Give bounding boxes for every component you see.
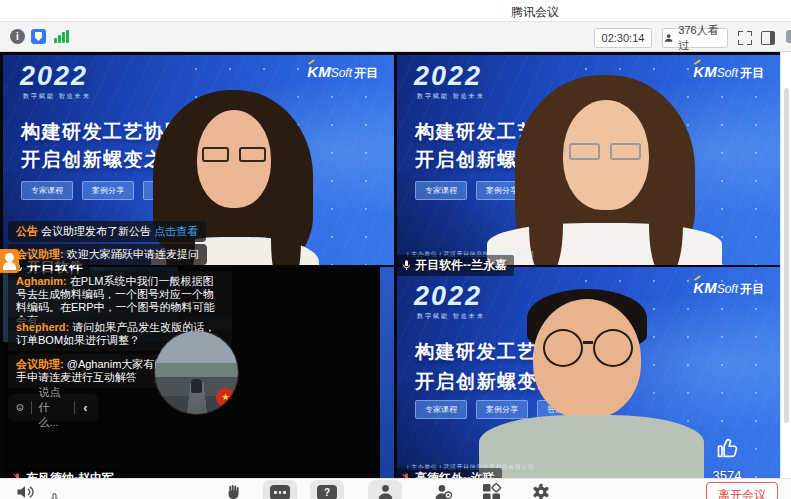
video-tile-top-right[interactable]: 2022 数字赋能 智造未来 KMSoft开目 构建研发工艺协同 开启创新螺变之… — [397, 55, 780, 265]
chat-input-placeholder[interactable]: 说点什么... — [38, 385, 66, 430]
title-bar: 腾讯会议 — [0, 0, 791, 22]
scrollbar-track[interactable] — [780, 52, 791, 478]
avatar-figure — [191, 379, 202, 393]
announcement-tag: 公告 — [16, 225, 38, 237]
speaker-icon[interactable] — [14, 482, 36, 499]
chat-username: 会议助理: — [16, 248, 64, 260]
meeting-window: 腾讯会议 i 02:30:14 376人看过 2022 数字赋能 智造未来 KM… — [0, 0, 791, 499]
glasses-icon — [202, 147, 229, 162]
slide-tag: 专家课程 — [415, 400, 467, 419]
name-plate-top-right: 开目软件--兰永嘉 — [397, 255, 514, 276]
settings-gear-icon[interactable] — [531, 482, 551, 499]
chat-message: 会议助理: 欢迎大家踊跃申请连麦提问 — [8, 244, 207, 265]
bottom-toolbar: ? 离开会议 — [0, 478, 791, 499]
fullscreen-icon[interactable] — [738, 31, 752, 45]
kmsoft-logo: KMSoft开目 — [693, 279, 764, 298]
thumbs-up-icon[interactable] — [714, 435, 741, 462]
top-toolbar: i 02:30:14 376人看过 — [0, 22, 791, 52]
participant-name: 开目软件--兰永嘉 — [415, 257, 507, 274]
raise-hand-icon[interactable] — [223, 482, 242, 499]
window-title: 腾讯会议 — [455, 4, 615, 21]
scrollbar-thumb[interactable] — [784, 88, 789, 423]
chat-input-bar[interactable]: 说点什么... ‹ — [8, 394, 98, 421]
chat-username: shepherd: — [16, 321, 69, 333]
slide-tag: 专家课程 — [21, 181, 73, 200]
screen-edge — [380, 267, 394, 478]
announcement-banner[interactable]: 公告 会议助理发布了新公告 点击查看 — [8, 221, 206, 242]
invite-participant-icon[interactable] — [434, 482, 453, 499]
announcement-text: 会议助理发布了新公告 — [41, 225, 151, 237]
kmsoft-logo: KMSoft开目 — [307, 63, 378, 82]
slogan-text: 数字赋能 智造未来 — [417, 92, 485, 101]
mic-on-icon — [402, 259, 411, 272]
announcement-link[interactable]: 点击查看 — [154, 225, 198, 237]
year-logo: 2022 — [414, 281, 482, 312]
video-grid: 2022 数字赋能 智造未来 KMSoft开目 构建研发工艺协同 开启创新螺变之… — [0, 52, 791, 478]
participants-icon[interactable] — [376, 482, 395, 499]
chat-panel-icon[interactable] — [786, 30, 791, 43]
kmsoft-logo: KMSoft开目 — [693, 63, 764, 82]
security-shield-icon[interactable] — [31, 29, 46, 44]
chat-username: 会议助理: — [16, 358, 64, 370]
meeting-info-icon[interactable]: i — [10, 29, 25, 44]
slogan-text: 数字赋能 智造未来 — [417, 312, 485, 321]
chat-text: 欢迎大家踊跃申请连麦提问 — [67, 248, 199, 260]
meeting-timer: 02:30:14 — [594, 28, 652, 48]
viewers-count[interactable]: 376人看过 — [662, 28, 728, 48]
likes-widget[interactable]: 3574 — [702, 435, 752, 483]
slogan-text: 数字赋能 智造未来 — [23, 92, 91, 101]
collapse-chat-icon[interactable]: ‹ — [81, 400, 89, 415]
apps-grid-icon[interactable] — [482, 483, 501, 499]
layout-switch-icon[interactable] — [761, 31, 775, 45]
slide-tag: 专家课程 — [415, 181, 467, 200]
viewers-person-icon — [663, 32, 674, 44]
leave-meeting-button[interactable]: 离开会议 — [706, 482, 778, 499]
emoji-icon[interactable] — [16, 400, 24, 415]
year-logo: 2022 — [20, 61, 88, 92]
year-logo: 2022 — [414, 61, 482, 92]
slide-tag: 案例分享 — [82, 181, 134, 200]
help-icon[interactable]: ? — [317, 485, 337, 499]
mic-small-icon[interactable] — [50, 491, 59, 499]
slide-tag: 案例分享 — [476, 400, 528, 419]
chat-icon[interactable] — [270, 485, 290, 499]
floating-avatar[interactable]: ★ — [155, 331, 238, 414]
member-list-badge[interactable] — [0, 249, 19, 273]
viewers-label: 376人看过 — [678, 23, 727, 53]
network-signal-icon[interactable] — [54, 30, 70, 43]
chat-username: Aghanim: — [16, 275, 67, 287]
